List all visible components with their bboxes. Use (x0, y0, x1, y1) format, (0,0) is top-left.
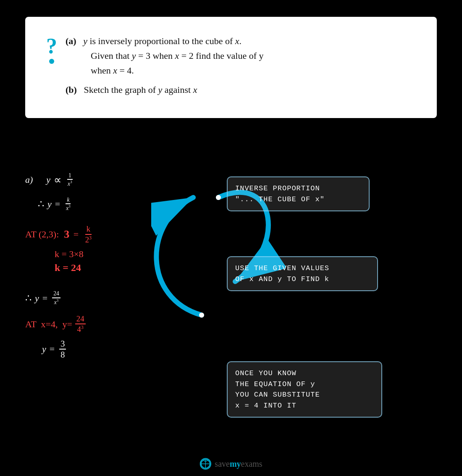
annotation-3-line1: ONCE YOU KNOW (235, 368, 374, 379)
annotation-box-1: INVERSE PROPORTION "... THE CUBE OF x" (227, 176, 370, 211)
therefore-symbol-1: ∴ (38, 198, 44, 210)
frac-24-43: 24 43 (75, 314, 86, 334)
at-x4-label: AT x=4, y= (25, 319, 72, 330)
svg-point-3 (199, 313, 204, 318)
numerator-k: k (66, 197, 71, 204)
svg-point-2 (216, 195, 221, 200)
frac-k-23: k 23 (84, 224, 93, 245)
annotation-1-line2: "... THE CUBE OF x" (235, 194, 361, 205)
k-equals-24: k = 24 (55, 262, 94, 274)
k-equals-3x8: k = 3×8 (55, 249, 94, 260)
annotation-2-line1: USE THE GIVEN VALUES (235, 263, 370, 274)
y-equals-3-8: y = 3 8 (42, 339, 94, 360)
denominator-x3-2: x3 (65, 204, 71, 212)
therefore-y-24-x3: ∴ y = 24 x3 (25, 290, 94, 305)
den-43: 43 (76, 324, 84, 334)
part-a: (a) y is inversely proportional to the c… (66, 34, 416, 78)
part-a-solution-label: a) y ∝ 1 x3 (25, 172, 94, 187)
frac-3-8: 3 8 (59, 339, 66, 360)
at-label: AT (2,3): (25, 229, 59, 240)
savemyexams-logo-icon (200, 458, 211, 470)
equals-2: = (71, 229, 81, 240)
at-2-3-equation: AT (2,3): 3 = k 23 (25, 224, 94, 245)
footer: savemyexams (200, 458, 262, 470)
question-dot (49, 59, 54, 64)
footer-my: my (230, 459, 241, 468)
numerator-1: 1 (67, 172, 73, 180)
y-symbol-2: y (47, 199, 52, 210)
annotation-3-line4: x = 4 INTO IT (235, 400, 374, 411)
num-k: k (85, 224, 92, 234)
math-steps: a) y ∝ 1 x3 ∴ y = k x3 AT (2,3 (25, 172, 94, 366)
value-3: 3 (64, 228, 69, 241)
solution-part-label: a) (25, 174, 33, 185)
annotation-1-line1: INVERSE PROPORTION (235, 183, 361, 194)
part-b-label: (b) (66, 84, 77, 95)
therefore-y-k-x3: ∴ y = k x3 (38, 197, 94, 212)
numerator-3: 3 (59, 339, 66, 350)
question-mark-symbol: ? (46, 35, 57, 57)
annotation-2-line2: OF x AND y TO FIND k (235, 274, 370, 285)
equals-4: = (50, 344, 55, 355)
num-24-2: 24 (75, 314, 86, 324)
equals-1: = (55, 199, 60, 210)
question-box: ? (a) y is inversely proportional to the… (25, 17, 437, 118)
annotation-box-2: USE THE GIVEN VALUES OF x AND y TO FIND … (227, 256, 378, 291)
annotation-box-3: ONCE YOU KNOW THE EQUATION OF y YOU CAN … (227, 361, 382, 418)
denominator-x3-3: x3 (53, 298, 60, 306)
part-a-line2: Given that y = 3 when x = 2 find the val… (91, 48, 416, 63)
part-a-line3: when x = 4. (91, 63, 416, 78)
frac-k-x3: k x3 (65, 197, 71, 212)
y-symbol-1: y (46, 174, 50, 185)
denominator-8: 8 (59, 350, 66, 360)
question-content: (a) y is inversely proportional to the c… (66, 34, 416, 101)
equals-3: = (42, 293, 47, 304)
frac-1-x3: 1 x3 (65, 172, 74, 187)
frac-24-x3: 24 x3 (52, 290, 60, 305)
part-a-line1: (a) y is inversely proportional to the c… (66, 34, 416, 48)
annotation-3-line2: THE EQUATION OF y (235, 379, 374, 390)
propto-symbol: ∝ (54, 174, 62, 187)
numerator-24: 24 (52, 290, 60, 298)
solution-area: a) y ∝ 1 x3 ∴ y = k x3 AT (2,3 (0, 164, 462, 451)
denominator-x3: x3 (66, 180, 73, 187)
part-b: (b) Sketch the graph of y against x (66, 82, 416, 97)
at-x4-equation: AT x=4, y= 24 43 (25, 314, 94, 334)
k-3x8-text: k = 3×8 (55, 249, 84, 260)
annotation-3-line3: YOU CAN SUBSTITUTE (235, 389, 374, 400)
footer-exams: exams (241, 459, 262, 468)
footer-brand-text: savemyexams (215, 459, 262, 469)
k-24-text: k = 24 (55, 262, 81, 274)
therefore-symbol-2: ∴ (25, 292, 32, 304)
part-a-label: (a) (66, 36, 76, 46)
question-icon: ? (46, 34, 57, 101)
footer-save: save (215, 459, 230, 468)
y-symbol-4: y (42, 344, 46, 355)
den-23: 23 (84, 235, 93, 245)
y-symbol-3: y (35, 293, 39, 304)
part-b-text: (b) Sketch the graph of y against x (66, 82, 416, 97)
